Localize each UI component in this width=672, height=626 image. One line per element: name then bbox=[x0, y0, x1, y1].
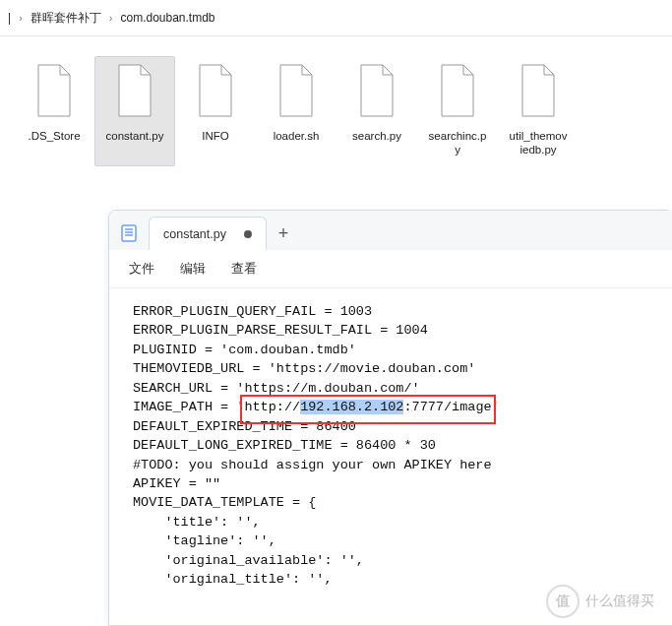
file-icon bbox=[517, 63, 560, 121]
file-label: constant.py bbox=[106, 129, 164, 143]
file-item[interactable]: constant.py bbox=[94, 56, 175, 166]
breadcrumb-part-folder2[interactable]: com.douban.tmdb bbox=[120, 11, 214, 25]
watermark: 值 什么值得买 bbox=[546, 585, 654, 618]
file-label: search.py bbox=[352, 129, 401, 143]
chevron-right-icon: › bbox=[109, 12, 113, 24]
text-selection: 192.168.2.102 bbox=[300, 400, 403, 414]
code-line: ERROR_PLUGIN_QUERY_FAIL = 1003 bbox=[133, 302, 657, 321]
file-item[interactable]: util_themov iedb.py bbox=[498, 56, 579, 166]
code-line: 'title': '', bbox=[133, 513, 657, 532]
editor-window: constant.py + 文件 编辑 查看 ERROR_PLUGIN_QUER… bbox=[108, 210, 672, 626]
code-line: PLUGINID = 'com.douban.tmdb' bbox=[133, 341, 657, 359]
code-line: DEFAULT_EXPIRED_TIME = 86400 bbox=[133, 417, 657, 436]
code-line: DEFAULT_LONG_EXPIRED_TIME = 86400 * 30 bbox=[133, 436, 657, 455]
file-grid: .DS_Storeconstant.pyINFOloader.shsearch.… bbox=[0, 36, 672, 196]
code-area[interactable]: ERROR_PLUGIN_QUERY_FAIL = 1003ERROR_PLUG… bbox=[109, 288, 672, 625]
menubar: 文件 编辑 查看 bbox=[109, 250, 672, 288]
tab-modified-dot-icon bbox=[244, 230, 252, 238]
file-item[interactable]: searchinc.p y bbox=[417, 56, 498, 166]
watermark-text: 什么值得买 bbox=[585, 593, 654, 610]
file-icon bbox=[355, 63, 398, 121]
chevron-right-icon: › bbox=[19, 12, 23, 24]
file-label: .DS_Store bbox=[28, 129, 80, 143]
svg-rect-0 bbox=[122, 225, 136, 241]
file-icon bbox=[113, 63, 156, 121]
file-icon bbox=[275, 63, 318, 121]
tab-strip: constant.py + bbox=[109, 211, 672, 250]
code-line: ERROR_PLUGIN_PARSE_RESULT_FAIL = 1004 bbox=[133, 321, 657, 340]
code-line: THEMOVIEDB_URL = 'https://movie.douban.c… bbox=[133, 359, 657, 378]
menu-edit[interactable]: 编辑 bbox=[180, 260, 206, 278]
file-icon bbox=[32, 63, 76, 121]
file-label: INFO bbox=[202, 129, 228, 143]
code-line: IMAGE_PATH = 'http://192.168.2.102:7777/… bbox=[133, 398, 657, 416]
new-tab-button[interactable]: + bbox=[267, 217, 300, 250]
file-label: searchinc.p y bbox=[429, 129, 487, 157]
watermark-badge-icon: 值 bbox=[546, 585, 580, 618]
file-item[interactable]: INFO bbox=[175, 56, 256, 166]
file-item[interactable]: loader.sh bbox=[256, 56, 336, 166]
breadcrumb-part-truncated: | bbox=[8, 11, 11, 25]
file-item[interactable]: search.py bbox=[336, 56, 417, 166]
breadcrumb: | › 群晖套件补丁 › com.douban.tmdb bbox=[0, 0, 672, 35]
file-icon bbox=[194, 63, 237, 121]
tab-constant-py[interactable]: constant.py bbox=[149, 217, 267, 250]
breadcrumb-part-folder1[interactable]: 群晖套件补丁 bbox=[31, 10, 101, 27]
file-label: util_themov iedb.py bbox=[510, 129, 568, 157]
code-line: SEARCH_URL = 'https://m.douban.com/' bbox=[133, 379, 657, 398]
code-line: APIKEY = "" bbox=[133, 474, 657, 493]
menu-file[interactable]: 文件 bbox=[129, 260, 154, 278]
code-line: 'original_available': '', bbox=[133, 551, 657, 570]
tab-label: constant.py bbox=[163, 227, 226, 241]
file-item[interactable]: .DS_Store bbox=[14, 56, 94, 166]
menu-view[interactable]: 查看 bbox=[231, 260, 257, 278]
file-label: loader.sh bbox=[274, 129, 320, 143]
notepad-icon bbox=[115, 217, 143, 249]
code-line: MOVIE_DATA_TEMPLATE = { bbox=[133, 493, 657, 512]
code-line: #TODO: you should assign your own APIKEY… bbox=[133, 456, 657, 474]
file-icon bbox=[436, 63, 479, 121]
code-line: 'tagline': '', bbox=[133, 532, 657, 550]
